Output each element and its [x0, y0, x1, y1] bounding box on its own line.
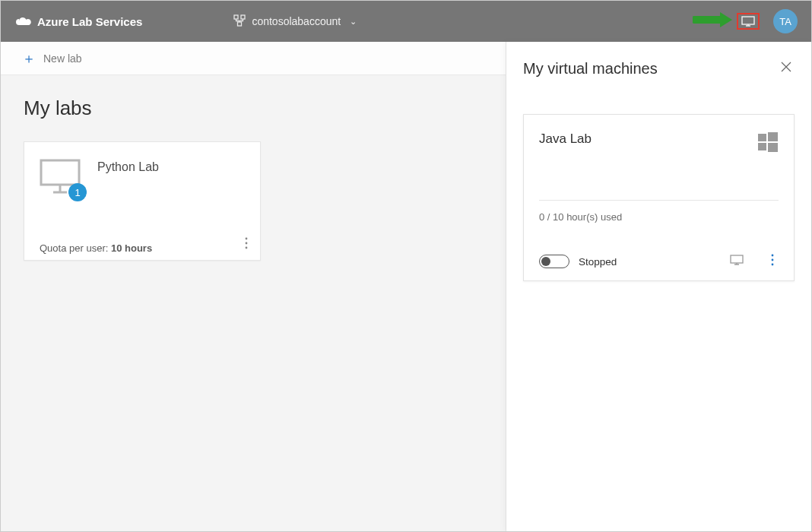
- lab-account-picker[interactable]: contosolabaccount ⌄: [233, 14, 357, 29]
- connect-icon[interactable]: [728, 253, 745, 270]
- app-header: Azure Lab Services contosolabaccount ⌄ T…: [1, 1, 811, 42]
- network-icon: [233, 14, 246, 29]
- plus-icon: ＋: [22, 49, 36, 68]
- vm-count-badge: 1: [68, 183, 87, 201]
- svg-point-13: [772, 255, 774, 257]
- svg-rect-4: [41, 160, 79, 185]
- svg-rect-0: [234, 15, 238, 19]
- lab-monitor-icon: 1: [40, 159, 81, 197]
- chevron-down-icon: ⌄: [350, 17, 357, 27]
- divider: [539, 200, 779, 201]
- brand: Azure Lab Services: [14, 14, 142, 28]
- callout-arrow-icon: [693, 11, 734, 32]
- brand-text: Azure Lab Services: [37, 15, 142, 28]
- lab-card[interactable]: 1 Python Lab Quota per user: 10 hours: [24, 141, 261, 261]
- svg-rect-3: [742, 17, 754, 24]
- user-avatar[interactable]: TA: [773, 9, 798, 33]
- lab-name: Python Lab: [97, 160, 159, 174]
- new-lab-button[interactable]: ＋ New lab: [22, 49, 82, 68]
- windows-icon: [757, 131, 779, 156]
- my-vms-button[interactable]: [737, 13, 760, 30]
- svg-rect-12: [731, 255, 743, 263]
- vm-status: Stopped: [579, 256, 617, 268]
- svg-rect-11: [768, 143, 778, 152]
- svg-rect-10: [758, 143, 766, 150]
- vm-more-button[interactable]: [766, 254, 779, 269]
- close-panel-button[interactable]: [778, 60, 795, 77]
- svg-point-7: [246, 247, 248, 249]
- vm-usage: 0 / 10 hour(s) used: [539, 211, 779, 223]
- my-vms-panel: My virtual machines Java Lab 0 / 10 hour…: [506, 42, 811, 531]
- svg-rect-2: [238, 22, 242, 26]
- azure-lab-icon: [14, 14, 31, 28]
- svg-point-5: [246, 238, 248, 240]
- vm-card: Java Lab 0 / 10 hour(s) used Stopped: [523, 114, 795, 281]
- svg-rect-9: [768, 132, 778, 141]
- lab-card-more-button[interactable]: [240, 234, 252, 255]
- svg-point-14: [772, 259, 774, 261]
- svg-rect-8: [758, 134, 766, 141]
- avatar-initials: TA: [779, 16, 791, 27]
- lab-account-name: contosolabaccount: [252, 15, 341, 27]
- svg-point-15: [772, 264, 774, 266]
- vm-power-toggle[interactable]: [539, 255, 569, 268]
- svg-rect-1: [241, 15, 245, 19]
- svg-point-6: [246, 242, 248, 245]
- panel-title: My virtual machines: [523, 60, 658, 78]
- vm-name: Java Lab: [539, 131, 592, 147]
- lab-quota: Quota per user: 10 hours: [40, 242, 245, 254]
- new-lab-label: New lab: [43, 52, 82, 65]
